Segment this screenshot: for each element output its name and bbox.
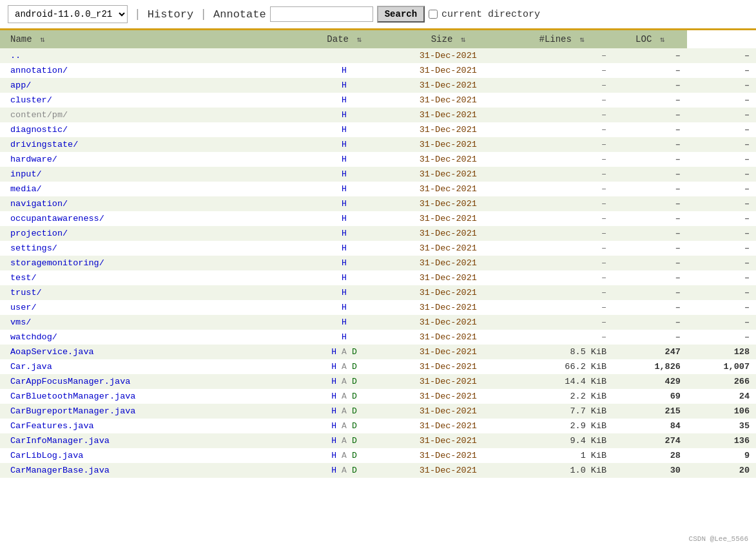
diff-icon[interactable]: D	[352, 406, 357, 416]
annotate-icon[interactable]: A	[342, 466, 347, 475]
dir-link[interactable]: vms/	[10, 317, 31, 327]
cell-loc: –	[687, 78, 756, 93]
file-link[interactable]: CarFeatures.java	[10, 421, 94, 431]
history-icon[interactable]: H	[342, 273, 347, 283]
dir-link[interactable]: cluster/	[10, 95, 52, 105]
dir-link[interactable]: ..	[10, 51, 21, 61]
history-icon[interactable]: H	[342, 66, 347, 75]
history-icon[interactable]: H	[342, 155, 347, 164]
version-select[interactable]: android-11.0.0_r21 android-12.0.0_r1 and…	[8, 5, 128, 23]
dir-link[interactable]: navigation/	[10, 199, 68, 209]
dir-link[interactable]: media/	[10, 184, 42, 194]
table-row: content/pm/H31-Dec-2021–––	[0, 108, 756, 122]
history-icon[interactable]: H	[342, 243, 347, 253]
history-icon[interactable]: H	[342, 140, 347, 149]
dir-link[interactable]: projection/	[10, 229, 68, 238]
cell-loc: –	[687, 152, 756, 167]
dir-link[interactable]: annotation/	[10, 66, 68, 75]
history-icon[interactable]: H	[331, 466, 336, 475]
annotate-icon[interactable]: A	[342, 406, 347, 416]
diff-icon[interactable]: D	[352, 466, 357, 475]
dir-link[interactable]: storagemonitoring/	[10, 258, 104, 268]
history-icon[interactable]: H	[342, 258, 347, 268]
dir-link[interactable]: input/	[10, 169, 42, 179]
history-icon[interactable]: H	[342, 229, 347, 238]
history-icon[interactable]: H	[342, 317, 347, 327]
col-name[interactable]: Name ⇅	[0, 30, 302, 48]
cell-hist: H A D	[302, 433, 386, 448]
dir-link[interactable]: content/pm/	[10, 110, 68, 120]
diff-icon[interactable]: D	[352, 421, 357, 431]
cell-hist: H A D	[302, 448, 386, 463]
file-link[interactable]: Car.java	[10, 362, 52, 372]
history-icon[interactable]: H	[342, 125, 347, 135]
sort-date-icon: ⇅	[356, 35, 361, 44]
dir-link[interactable]: diagnostic/	[10, 125, 68, 135]
col-lines[interactable]: #Lines ⇅	[510, 30, 613, 48]
col-size[interactable]: Size ⇅	[386, 30, 510, 48]
cell-hist: H	[302, 211, 386, 226]
table-row: cluster/H31-Dec-2021–––	[0, 93, 756, 108]
dir-link[interactable]: trust/	[10, 288, 42, 298]
history-icon[interactable]: H	[342, 288, 347, 298]
history-link[interactable]: History	[148, 8, 193, 21]
history-icon[interactable]: H	[331, 377, 336, 386]
history-icon[interactable]: H	[331, 406, 336, 416]
diff-icon[interactable]: D	[352, 347, 357, 357]
file-link[interactable]: CarBugreportManager.java	[10, 406, 135, 416]
cell-name: vms/	[0, 315, 302, 330]
file-link[interactable]: CarAppFocusManager.java	[10, 377, 130, 386]
history-icon[interactable]: H	[331, 362, 336, 372]
annotate-icon[interactable]: A	[342, 436, 347, 446]
history-icon[interactable]: H	[342, 184, 347, 194]
dir-link[interactable]: drivingstate/	[10, 140, 78, 149]
annotate-icon[interactable]: A	[342, 347, 347, 357]
history-icon[interactable]: H	[331, 392, 336, 401]
history-icon[interactable]: H	[331, 347, 336, 357]
history-icon[interactable]: H	[331, 451, 336, 460]
history-icon[interactable]: H	[331, 421, 336, 431]
dir-link[interactable]: user/	[10, 303, 37, 312]
diff-icon[interactable]: D	[352, 362, 357, 372]
file-link[interactable]: CarLibLog.java	[10, 451, 83, 460]
history-icon[interactable]: H	[342, 110, 347, 120]
file-link[interactable]: CarManagerBase.java	[10, 466, 110, 475]
dir-link[interactable]: settings/	[10, 243, 57, 253]
history-icon[interactable]: H	[342, 332, 347, 342]
file-link[interactable]: AoapService.java	[10, 347, 94, 357]
annotate-icon[interactable]: A	[342, 421, 347, 431]
current-dir-checkbox[interactable]	[429, 10, 438, 19]
dir-link[interactable]: watchdog/	[10, 332, 57, 342]
diff-icon[interactable]: D	[352, 451, 357, 460]
diff-icon[interactable]: D	[352, 436, 357, 446]
annotate-icon[interactable]: A	[342, 392, 347, 401]
diff-icon[interactable]: D	[352, 392, 357, 401]
history-icon[interactable]: H	[342, 303, 347, 312]
dir-link[interactable]: hardware/	[10, 155, 57, 164]
dir-link[interactable]: test/	[10, 273, 37, 283]
file-link[interactable]: CarBluetoothManager.java	[10, 392, 135, 401]
diff-icon[interactable]: D	[352, 377, 357, 386]
dir-link[interactable]: occupantawareness/	[10, 214, 104, 223]
annotate-icon[interactable]: A	[342, 451, 347, 460]
annotate-icon[interactable]: A	[342, 362, 347, 372]
cell-loc: –	[687, 122, 756, 137]
annotate-link[interactable]: Annotate	[213, 8, 266, 21]
search-input[interactable]	[270, 6, 373, 22]
cell-loc: –	[687, 285, 756, 300]
history-icon[interactable]: H	[342, 80, 347, 90]
history-icon[interactable]: H	[342, 214, 347, 223]
col-loc[interactable]: LOC ⇅	[613, 30, 687, 48]
cell-date: 31-Dec-2021	[386, 315, 510, 330]
search-button[interactable]: Search	[377, 6, 425, 23]
history-icon[interactable]: H	[342, 95, 347, 105]
col-date[interactable]: Date ⇅	[302, 30, 386, 48]
history-icon[interactable]: H	[342, 199, 347, 209]
annotate-icon[interactable]: A	[342, 377, 347, 386]
cell-hist: H A D	[302, 404, 386, 419]
dir-link[interactable]: app/	[10, 80, 31, 90]
file-link[interactable]: CarInfoManager.java	[10, 436, 110, 446]
history-icon[interactable]: H	[342, 169, 347, 179]
history-icon[interactable]: H	[331, 436, 336, 446]
table-row: CarBluetoothManager.javaH A D31-Dec-2021…	[0, 389, 756, 404]
